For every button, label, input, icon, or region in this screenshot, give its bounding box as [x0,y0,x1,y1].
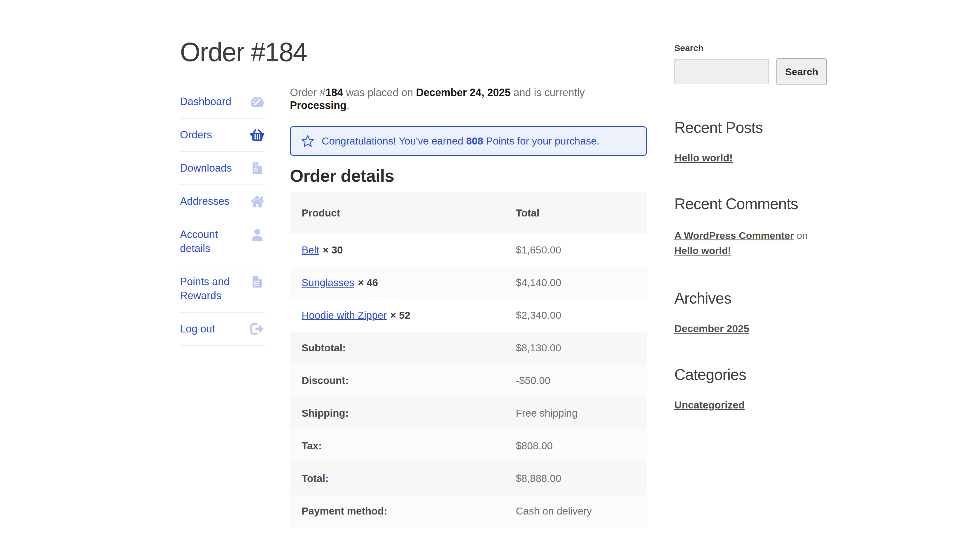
search-input[interactable] [675,59,769,84]
search-label: Search [675,43,811,53]
order-details-heading: Order details [290,166,647,186]
zip-file-icon [250,162,264,174]
intro-mid2: and is currently [511,87,585,98]
product-cell: Sunglasses× 46 [290,266,504,299]
user-icon [250,228,264,241]
footer-value: $8,888.00 [504,462,647,495]
recent-comments-heading: Recent Comments [675,195,811,213]
intro-prefix: Order # [290,87,326,98]
order-details-table: Product Total Belt× 30 $1,650.00 Sunglas… [290,192,647,527]
product-link[interactable]: Sunglasses [302,277,355,288]
product-quantity: × 30 [323,244,343,255]
intro-suffix: . [347,99,349,111]
sidebar-item-log-out[interactable]: Log out [180,312,265,346]
footer-value: -$50.00 [504,364,647,397]
intro-mid1: was placed on [343,87,416,98]
total-column-header: Total [504,192,647,234]
product-quantity: × 46 [358,277,378,288]
recent-comment-entry: A WordPress Commenter on Hello world! [675,228,832,258]
page-title: Order #184 [180,37,307,67]
tax-row: Tax: $808.00 [290,430,647,462]
dashboard-link[interactable]: Dashboard [180,95,231,109]
table-header-row: Product Total [290,192,647,234]
recent-posts-heading: Recent Posts [675,119,811,136]
sidebar-item-points-and-rewards[interactable]: Points and Rewards [180,265,265,312]
total-cell: $4,140.00 [504,266,647,299]
log-out-link[interactable]: Log out [180,322,215,336]
shipping-row: Shipping: Free shipping [290,397,647,430]
account-navigation: Dashboard Orders Downloads [180,85,265,346]
sidebar-item-orders[interactable]: Orders [180,118,265,151]
footer-value: Free shipping [504,397,647,430]
search-button[interactable]: Search [776,58,827,85]
categories-heading: Categories [675,366,811,384]
sidebar-item-account-details[interactable]: Account details [180,218,265,265]
archives-heading: Archives [675,290,811,307]
basket-icon [250,128,264,141]
addresses-link[interactable]: Addresses [180,194,229,208]
product-link[interactable]: Hoodie with Zipper [302,309,387,321]
table-row: Sunglasses× 46 $4,140.00 [290,266,647,299]
discount-row: Discount: -$50.00 [290,364,647,397]
downloads-link[interactable]: Downloads [180,161,232,175]
product-column-header: Product [290,192,504,234]
footer-label: Shipping: [290,397,504,430]
total-cell: $1,650.00 [504,234,647,266]
home-icon [250,195,264,208]
gauge-icon [250,95,264,108]
star-icon [301,135,314,147]
footer-label: Discount: [290,364,504,397]
notice-after: Points for your purchase. [483,135,600,147]
payment-method-row: Payment method: Cash on delivery [290,495,647,527]
document-icon [250,275,264,288]
search-widget: Search Search [675,43,811,85]
points-notice-text: Congratulations! You've earned 808 Point… [322,135,600,147]
notice-points: 808 [466,135,483,147]
account-details-link[interactable]: Account details [180,228,250,255]
category-link[interactable]: Uncategorized [675,399,745,411]
product-cell: Hoodie with Zipper× 52 [290,299,504,331]
product-cell: Belt× 30 [290,234,504,266]
table-row: Belt× 30 $1,650.00 [290,234,647,266]
footer-label: Total: [290,462,504,495]
points-and-rewards-link[interactable]: Points and Rewards [180,275,250,303]
product-quantity: × 52 [390,309,410,321]
sidebar-item-dashboard[interactable]: Dashboard [180,85,265,118]
total-row: Total: $8,888.00 [290,462,647,495]
sign-out-icon [250,323,264,335]
order-summary-line: Order #184 was placed on December 24, 20… [290,86,647,112]
product-link[interactable]: Belt [302,244,319,255]
orders-link[interactable]: Orders [180,128,212,142]
footer-label: Tax: [290,430,504,462]
order-number: 184 [326,87,343,98]
footer-label: Payment method: [290,495,504,527]
subtotal-row: Subtotal: $8,130.00 [290,331,647,364]
blog-sidebar: Search Search Recent Posts Hello world! … [675,43,811,411]
recent-post-link[interactable]: Hello world! [675,152,733,164]
points-earned-notice: Congratulations! You've earned 808 Point… [290,126,647,156]
sidebar-item-addresses[interactable]: Addresses [180,184,265,218]
order-main: Order #184 was placed on December 24, 20… [290,0,647,527]
comment-author-link[interactable]: A WordPress Commenter [675,230,794,241]
comment-separator: on [794,230,808,241]
notice-before: Congratulations! You've earned [322,135,466,147]
total-cell: $2,340.00 [504,299,647,331]
archive-link[interactable]: December 2025 [675,323,749,334]
footer-label: Subtotal: [290,331,504,364]
footer-value: $8,130.00 [504,331,647,364]
comment-post-link[interactable]: Hello world! [675,245,731,256]
footer-value: Cash on delivery [504,495,647,527]
order-date: December 24, 2025 [416,87,511,98]
order-status: Processing [290,99,347,111]
sidebar-item-downloads[interactable]: Downloads [180,151,265,184]
table-row: Hoodie with Zipper× 52 $2,340.00 [290,299,647,331]
footer-value: $808.00 [504,430,647,462]
